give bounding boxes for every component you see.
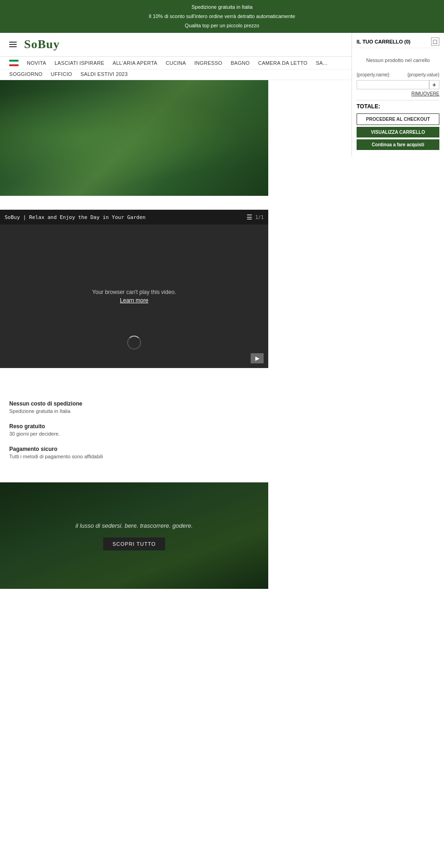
menu-icon-bar2 <box>9 44 17 45</box>
video-learn-more-link[interactable]: Learn more <box>120 297 148 304</box>
feature-payment-desc: Tutti i metodi di pagamento sono affidab… <box>9 454 342 459</box>
video-player: Your browser can't play this video. Lear… <box>0 225 268 368</box>
video-spinner-icon <box>127 336 141 350</box>
video-header: SoBuy | Relax and Enjoy the Day in Your … <box>0 210 268 225</box>
feature-payment-title: Pagamento sicuro <box>9 446 342 452</box>
feature-payment: Pagamento sicuro Tutti i metodi di pagam… <box>9 446 342 459</box>
nav-item-aria-aperta[interactable]: ALL'ARIA APERTA <box>113 60 158 66</box>
banner-line2: Il 10% di sconto sull'intero ordine verr… <box>0 12 444 21</box>
features-section: Nessun costo di spedizione Spedizione gr… <box>0 387 352 473</box>
video-section: SoBuy | Relax and Enjoy the Day in Your … <box>0 210 268 368</box>
nav-item-ispirare[interactable]: LASCIATI ISPIRARE <box>55 60 105 66</box>
video-title: SoBuy | Relax and Enjoy the Day in Your … <box>5 214 146 220</box>
cart-add-button[interactable]: + <box>429 80 439 89</box>
nav-item-soggiorno[interactable]: SOGGIORNO <box>9 71 43 77</box>
page-layout: SoBuy NOVITA LASCIATI ISPIRARE ALL'ARIA … <box>0 33 444 589</box>
bottom-banner-cta-button[interactable]: SCOPRI TUTTO <box>103 537 165 550</box>
cart-header: IL TUO CARRELLO (0) □ <box>357 37 439 48</box>
cart-sidebar: IL TUO CARRELLO (0) □ Nessun prodotto ne… <box>352 33 444 156</box>
feature-shipping-title: Nessun costo di spedizione <box>9 400 342 407</box>
feature-shipping: Nessun costo di spedizione Spedizione gr… <box>9 400 342 414</box>
nav-item-novita[interactable]: NOVITA <box>27 60 46 66</box>
bottom-banner-text: il lusso di sedersi. bere. trascorrere. … <box>62 521 207 531</box>
nav-item-camera[interactable]: CAMERA DA LETTO <box>258 60 308 66</box>
cart-property-value-label: {property.value} <box>407 72 439 77</box>
nav-item-ufficio[interactable]: UFFICIO <box>51 71 72 77</box>
video-play-button[interactable]: ▶ <box>251 353 264 363</box>
video-error-text: Your browser can't play this video. <box>92 289 176 295</box>
feature-shipping-desc: Spedizione gratuita in Italia <box>9 408 342 414</box>
banner-line1: Spedizione gratuita in Italia <box>0 3 444 12</box>
cart-checkout-button[interactable]: PROCEDERE AL CHECKOUT <box>357 113 439 125</box>
cart-property-row: {property.name}: {property.value} <box>357 72 439 77</box>
bottom-banner-overlay: il lusso di sedersi. bere. trascorrere. … <box>0 482 268 589</box>
video-counter: 1/1 <box>255 215 264 220</box>
main-content: SoBuy NOVITA LASCIATI ISPIRARE ALL'ARIA … <box>0 33 352 589</box>
nav-primary: NOVITA LASCIATI ISPIRARE ALL'ARIA APERTA… <box>0 57 352 69</box>
menu-icon-bar3 <box>9 46 17 47</box>
nav-item-sa[interactable]: SA... <box>316 60 327 66</box>
cart-view-button[interactable]: VISUALIZZA CARRELLO <box>357 127 439 137</box>
navigation: NOVITA LASCIATI ISPIRARE ALL'ARIA APERTA… <box>0 56 352 80</box>
cart-remove-link[interactable]: RIMUOVERE <box>357 91 439 96</box>
menu-icon-bar1 <box>9 42 17 43</box>
banner-line3: Qualita top per un piccolo prezzo <box>0 21 444 31</box>
cart-property-name-label: {property.name}: <box>357 72 390 77</box>
cart-total-label: TOTALE: <box>357 100 439 110</box>
feature-return-desc: 30 giorni per decidere. <box>9 431 342 437</box>
hero-image <box>0 80 268 196</box>
nav-item-bagno[interactable]: BAGNO <box>231 60 250 66</box>
cart-continue-button[interactable]: Continua a fare acquisti <box>357 139 439 150</box>
nav-item-saldi[interactable]: SALDI ESTIVI 2023 <box>80 71 128 77</box>
nav-item-ingresso[interactable]: INGRESSO <box>194 60 222 66</box>
cart-add-input[interactable] <box>357 80 429 89</box>
nav-item-cucina[interactable]: CUCINA <box>166 60 186 66</box>
site-logo: SoBuy <box>24 37 60 51</box>
site-header: SoBuy <box>0 33 352 56</box>
top-banner: Spedizione gratuita in Italia Il 10% di … <box>0 0 444 33</box>
cart-add-row: + <box>357 80 439 89</box>
video-menu-icon[interactable]: ☰ <box>247 213 253 221</box>
flag-icon <box>9 60 18 66</box>
cart-close-button[interactable]: □ <box>431 37 439 46</box>
cart-title: IL TUO CARRELLO (0) <box>357 39 411 44</box>
bottom-banner: il lusso di sedersi. bere. trascorrere. … <box>0 482 268 589</box>
nav-secondary: SOGGIORNO UFFICIO SALDI ESTIVI 2023 <box>0 69 352 80</box>
feature-return: Reso gratuito 30 giorni per decidere. <box>9 423 342 437</box>
feature-return-title: Reso gratuito <box>9 423 342 430</box>
cart-empty-message: Nessun prodotto nel carrello <box>357 57 439 63</box>
header-icons <box>9 42 17 47</box>
